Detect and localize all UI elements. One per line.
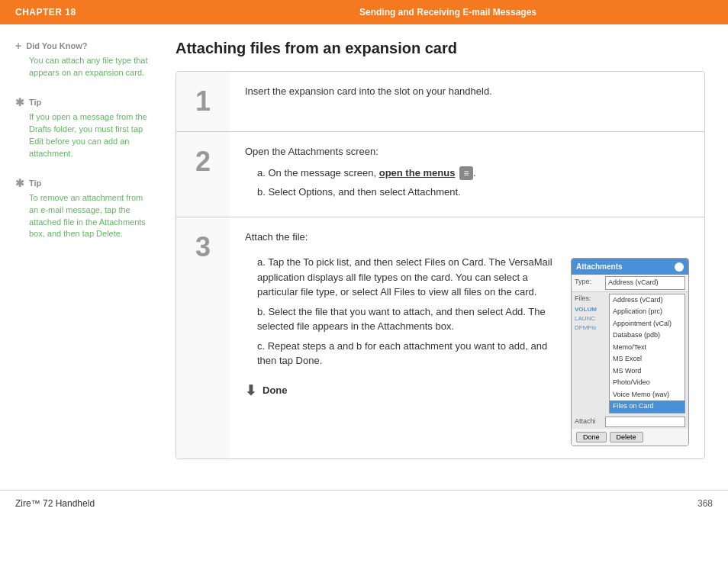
sidebar-item-header-1: + Did You Know? <box>15 40 153 52</box>
dialog-done-button[interactable]: Done <box>576 432 607 442</box>
step-3-text: a. Tap the To pick list, and then select… <box>245 250 556 446</box>
step-3-sub-a-text: a. Tap the To pick list, and then select… <box>257 256 552 298</box>
dialog-attach-label: Attachi <box>575 417 605 427</box>
dialog-list-item-6[interactable]: MS Word <box>610 365 685 378</box>
dialog-list-item-1[interactable]: Application (prc) <box>610 306 685 318</box>
done-label: Done <box>263 383 288 398</box>
step-1-content: Insert the expansion card into the slot … <box>230 72 704 131</box>
dialog-files-label: Files: <box>575 294 607 304</box>
asterisk-icon-2: ✱ <box>15 177 24 189</box>
dialog-list-item-0[interactable]: Address (vCard) <box>610 294 685 307</box>
step-3-sub-b-text: b. Select the file that you want to atta… <box>257 306 546 333</box>
content-area: Attaching files from an expansion card 1… <box>168 40 728 459</box>
step-2: 2 Open the Attachments screen: a. On the… <box>176 132 704 217</box>
sidebar-item-header-3: ✱ Tip <box>15 177 153 189</box>
footer-brand: Zire™ 72 Handheld <box>15 498 95 509</box>
step-number-3: 3 <box>176 217 230 458</box>
dialog-launch-label: LAUNC <box>575 314 607 323</box>
tip-text-1: If you open a message from the Drafts fo… <box>15 111 153 160</box>
step-3-content: Attach the file: a. Tap the To pick list… <box>230 217 704 458</box>
step-3-heading: Attach the file: <box>245 230 689 245</box>
dialog-list-item-3[interactable]: Database (pdb) <box>610 330 685 342</box>
dialog-list-item-7[interactable]: Photo/Video <box>610 377 685 389</box>
dialog-files-list: Address (vCard) Application (prc) Appoin… <box>609 294 685 413</box>
did-you-know-label: Did You Know? <box>26 41 87 50</box>
dialog-attach-row: Attachi <box>572 415 688 429</box>
done-arrow-icon: ⬇ <box>245 381 256 401</box>
sidebar-did-you-know: + Did You Know? You can attach any file … <box>15 40 153 79</box>
tip-text-2: To remove an attachment from an e-mail m… <box>15 192 153 241</box>
dialog-files-label-col: Files: VOLUM LAUNC DFMFlo <box>575 294 609 413</box>
tip-label-2: Tip <box>29 179 41 188</box>
chapter-label: CHAPTER 18 <box>15 7 183 18</box>
step-3-sub-b: b. Select the file that you want to atta… <box>257 304 556 334</box>
dialog-title: Attachments <box>576 261 623 272</box>
step-1-text: Insert the expansion card into the slot … <box>245 84 689 99</box>
main-container: + Did You Know? You can attach any file … <box>0 24 728 475</box>
did-you-know-text: You can attach any file type that appear… <box>15 55 153 79</box>
menu-icon <box>459 166 473 180</box>
dialog-type-dropdown[interactable]: Address (vCard) <box>605 276 685 290</box>
step-number-1: 1 <box>176 72 230 131</box>
step-2-content: Open the Attachments screen: a. On the m… <box>230 132 704 217</box>
step-2-heading: Open the Attachments screen: <box>245 144 689 159</box>
tip-label-1: Tip <box>29 98 41 107</box>
dialog-list-item-9[interactable]: Files on Card <box>610 401 685 413</box>
dialog-titlebar: Attachments <box>572 259 688 275</box>
sidebar: + Did You Know? You can attach any file … <box>0 40 168 459</box>
dialog-list-item-5[interactable]: MS Excel <box>610 353 685 365</box>
step-2-sub-a: a. On the message screen, open the menus… <box>257 166 689 181</box>
page-title: Attaching files from an expansion card <box>176 40 705 57</box>
step-number-2: 2 <box>176 132 230 217</box>
step-2-sub-b-text: b. Select Options, and then select Attac… <box>257 186 461 198</box>
page-header: CHAPTER 18 Sending and Receiving E-mail … <box>0 0 728 24</box>
step-3-sub-c-text: c. Repeat steps a and b for each attachm… <box>257 340 547 367</box>
step-3-sub-c: c. Repeat steps a and b for each attachm… <box>257 339 556 368</box>
chapter-title: Sending and Receiving E-mail Messages <box>183 7 713 18</box>
step-1: 1 Insert the expansion card into the slo… <box>176 72 704 132</box>
step-3: 3 Attach the file: a. Tap the To pick li… <box>176 217 704 458</box>
done-indicator: ⬇ Done <box>245 381 556 401</box>
footer-page-number: 368 <box>697 498 713 509</box>
sidebar-tip-1: ✱ Tip If you open a message from the Dra… <box>15 96 153 160</box>
sidebar-item-header-2: ✱ Tip <box>15 96 153 108</box>
dialog-delete-button[interactable]: Delete <box>610 432 643 442</box>
open-menus-link[interactable]: open the menus <box>379 167 456 179</box>
sidebar-tip-2: ✱ Tip To remove an attachment from an e-… <box>15 177 153 241</box>
dialog-type-row: Type: Address (vCard) <box>572 275 688 292</box>
asterisk-icon-1: ✱ <box>15 96 24 108</box>
step-3-sub-a: a. Tap the To pick list, and then select… <box>257 255 556 300</box>
dialog-volume-label: VOLUM <box>575 305 607 314</box>
dialog-info-icon <box>675 262 684 272</box>
page-footer: Zire™ 72 Handheld 368 <box>0 490 728 516</box>
step-2-sub-a-text: a. On the message screen, open the menus… <box>257 167 476 179</box>
plus-icon: + <box>15 40 21 52</box>
dialog-attach-field[interactable] <box>605 417 685 427</box>
dialog-list-item-8[interactable]: Voice Memo (wav) <box>610 389 685 401</box>
dialog-type-label: Type: <box>575 276 605 288</box>
dialog-dfm-label: DFMFlo <box>575 323 607 333</box>
step-3-body: a. Tap the To pick list, and then select… <box>245 250 689 446</box>
dialog-list-item-4[interactable]: Memo/Text <box>610 342 685 354</box>
steps-container: 1 Insert the expansion card into the slo… <box>176 71 705 459</box>
step-2-sub-b: b. Select Options, and then select Attac… <box>257 185 689 200</box>
attachments-dialog: Attachments Type: Address (vCard) Files: <box>571 258 689 446</box>
dialog-buttons: Done Delete <box>572 429 688 446</box>
dialog-files-area: Files: VOLUM LAUNC DFMFlo Address (vCard… <box>575 294 685 413</box>
dialog-list-item-2[interactable]: Appointment (vCal) <box>610 318 685 330</box>
